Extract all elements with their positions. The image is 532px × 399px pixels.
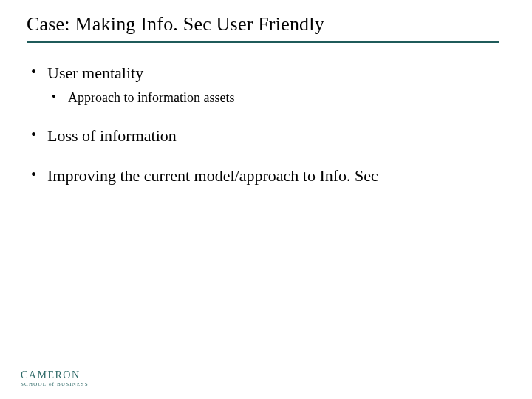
bullet-text: Loss of information bbox=[47, 126, 177, 145]
bullet-list: User mentality Approach to information a… bbox=[27, 64, 505, 185]
bullet-text: Improving the current model/approach to … bbox=[47, 166, 378, 185]
bullet-text: User mentality bbox=[47, 64, 143, 82]
logo-main-text: CAMERON bbox=[21, 370, 89, 381]
title-rule bbox=[27, 41, 499, 43]
list-item: Loss of information bbox=[27, 126, 505, 146]
slide: Case: Making Info. Sec User Friendly Use… bbox=[0, 0, 532, 399]
footer-logo: CAMERON SCHOOL of BUSINESS bbox=[21, 370, 89, 387]
logo-sub-text: SCHOOL of BUSINESS bbox=[21, 382, 89, 387]
bullet-sublist: Approach to information assets bbox=[47, 90, 505, 106]
slide-title: Case: Making Info. Sec User Friendly bbox=[27, 13, 505, 35]
list-item: Approach to information assets bbox=[47, 90, 505, 106]
list-item: User mentality Approach to information a… bbox=[27, 64, 505, 106]
list-item: Improving the current model/approach to … bbox=[27, 166, 505, 185]
bullet-text: Approach to information assets bbox=[68, 90, 234, 105]
